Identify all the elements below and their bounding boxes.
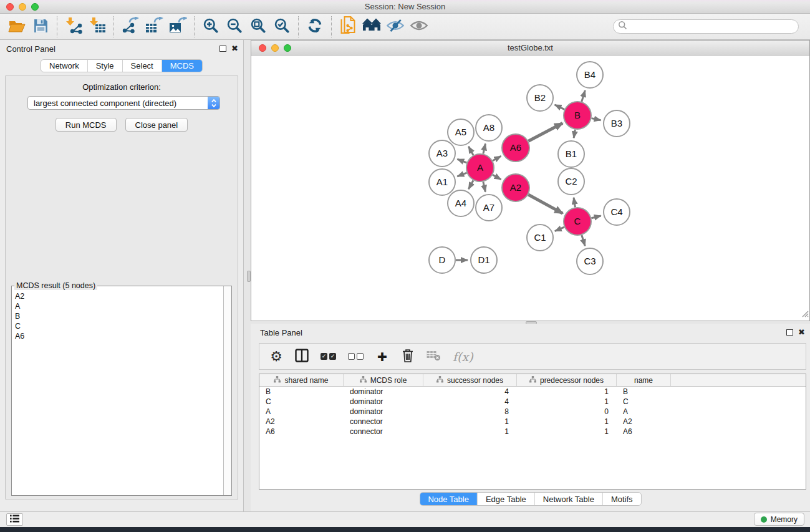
vertical-splitter-handle[interactable]: [247, 271, 251, 282]
tab-edge-table[interactable]: Edge Table: [477, 493, 534, 505]
graph-edge-A-A4[interactable]: [468, 180, 473, 189]
table-cell[interactable]: 0: [517, 407, 617, 416]
memory-button[interactable]: Memory: [754, 513, 804, 526]
table-cell[interactable]: 1: [423, 417, 517, 426]
column-header-predecessor-nodes[interactable]: predecessor nodes: [517, 374, 617, 386]
home-layout-button[interactable]: [360, 16, 383, 38]
graph-node-D1[interactable]: D1: [471, 247, 497, 273]
graph-edge-A2-C[interactable]: [528, 195, 562, 213]
graph-edge-B-B2[interactable]: [555, 105, 565, 109]
graph-node-C3[interactable]: C3: [577, 248, 603, 274]
export-network-button[interactable]: [118, 16, 142, 38]
graph-edge-A-A7[interactable]: [483, 181, 486, 191]
graph-edge-C-C4[interactable]: [591, 216, 600, 218]
delete-column-button[interactable]: [401, 349, 415, 365]
graph-edge-A-A6[interactable]: [493, 156, 501, 161]
table-cell[interactable]: A6: [259, 427, 344, 436]
mcds-result-scrollbar[interactable]: [223, 286, 231, 495]
graph-node-B[interactable]: B: [564, 102, 591, 129]
column-header-shared-name[interactable]: shared name: [259, 374, 344, 386]
close-panel-icon[interactable]: ✖: [231, 45, 238, 52]
table-cell[interactable]: C: [617, 397, 671, 406]
graph-edge-A-A1[interactable]: [457, 173, 466, 177]
table-cell[interactable]: B: [259, 387, 344, 396]
graph-node-A6[interactable]: A6: [502, 134, 529, 162]
graph-node-A1[interactable]: A1: [429, 169, 455, 195]
tab-select[interactable]: Select: [122, 60, 162, 72]
graph-node-B1[interactable]: B1: [558, 141, 584, 167]
float-panel-icon[interactable]: [219, 46, 226, 52]
select-all-columns-button[interactable]: ✓✓: [321, 349, 336, 365]
graph-edge-B-B1[interactable]: [574, 130, 575, 138]
graph-node-A4[interactable]: A4: [448, 190, 474, 216]
zoom-out-button[interactable]: [223, 16, 246, 38]
hide-panel-button[interactable]: [407, 16, 431, 38]
table-cell[interactable]: 1: [423, 427, 517, 436]
delete-table-button[interactable]: [427, 349, 441, 365]
network-from-file-button[interactable]: [336, 16, 360, 38]
tab-network-table[interactable]: Network Table: [534, 493, 602, 505]
graph-edge-C-C2[interactable]: [574, 198, 575, 208]
tab-node-table[interactable]: Node Table: [420, 493, 477, 505]
table-cell[interactable]: dominator: [344, 387, 423, 396]
graph-edge-B-B3[interactable]: [592, 118, 601, 120]
zoom-selected-button[interactable]: [270, 16, 294, 38]
column-header-successor-nodes[interactable]: successor nodes: [423, 374, 517, 386]
show-columns-button[interactable]: [295, 349, 309, 365]
graph-edge-B-B4[interactable]: [582, 90, 586, 102]
graph-node-B2[interactable]: B2: [527, 85, 553, 111]
graph-edge-C-C3[interactable]: [582, 235, 585, 246]
unselect-all-columns-button[interactable]: [348, 349, 364, 365]
table-cell[interactable]: A: [617, 407, 671, 416]
result-item[interactable]: A6: [15, 331, 223, 341]
table-cell[interactable]: 1: [517, 427, 617, 436]
graph-node-A2[interactable]: A2: [502, 174, 529, 201]
network-canvas[interactable]: B4B2BB3B1A5A8A6A3AA1C2A4A7A2CC1C4C3DD1: [252, 56, 809, 320]
graph-edge-A6-B[interactable]: [528, 123, 562, 142]
zoom-fit-button[interactable]: [246, 16, 270, 38]
table-cell[interactable]: C: [259, 397, 344, 406]
graphics-details-button[interactable]: [383, 16, 407, 38]
criterion-select[interactable]: largest connected component (directed): [27, 96, 220, 110]
save-session-button[interactable]: [29, 16, 52, 38]
table-cell[interactable]: 1: [517, 417, 617, 426]
run-mcds-button[interactable]: Run MCDS: [55, 118, 117, 132]
graph-node-B3[interactable]: B3: [604, 110, 630, 137]
result-item[interactable]: C: [15, 321, 223, 331]
table-cell[interactable]: dominator: [344, 407, 423, 416]
graph-node-C[interactable]: C: [564, 208, 591, 235]
table-cell[interactable]: A: [259, 407, 344, 416]
zoom-in-button[interactable]: [199, 16, 223, 38]
create-column-button[interactable]: ✚: [375, 349, 389, 365]
tab-style[interactable]: Style: [87, 60, 122, 72]
graph-node-B4[interactable]: B4: [577, 62, 603, 88]
result-item[interactable]: B: [15, 311, 223, 321]
column-header-MCDS-role[interactable]: MCDS role: [344, 374, 423, 386]
table-row[interactable]: Cdominator41C: [259, 397, 806, 407]
graph-node-A[interactable]: A: [466, 154, 494, 181]
table-cell[interactable]: 8: [423, 407, 517, 416]
function-builder-button[interactable]: f(x): [453, 349, 473, 365]
graph-node-A8[interactable]: A8: [476, 115, 502, 141]
graph-node-C4[interactable]: C4: [604, 199, 630, 225]
graph-edge-A-A5[interactable]: [468, 147, 473, 155]
tab-mcds[interactable]: MCDS: [162, 60, 202, 72]
graph-edge-C-C1[interactable]: [555, 227, 564, 231]
float-table-panel-icon[interactable]: [786, 329, 793, 336]
graph-edge-A-A2[interactable]: [493, 175, 501, 180]
refresh-layout-button[interactable]: [303, 16, 327, 38]
graph-node-A7[interactable]: A7: [476, 195, 502, 221]
table-cell[interactable]: B: [617, 387, 671, 396]
table-settings-button[interactable]: ⚙: [269, 349, 283, 365]
import-table-button[interactable]: [85, 16, 109, 38]
table-cell[interactable]: dominator: [344, 397, 423, 406]
table-cell[interactable]: connector: [344, 417, 423, 426]
import-network-button[interactable]: [62, 16, 85, 38]
result-item[interactable]: A2: [15, 291, 223, 301]
table-cell[interactable]: A2: [259, 417, 344, 426]
export-image-button[interactable]: [166, 16, 190, 38]
table-row[interactable]: A2connector11A2: [259, 417, 806, 427]
table-cell[interactable]: 4: [423, 397, 517, 406]
table-cell[interactable]: A2: [617, 417, 671, 426]
table-row[interactable]: Adominator80A: [259, 407, 806, 417]
